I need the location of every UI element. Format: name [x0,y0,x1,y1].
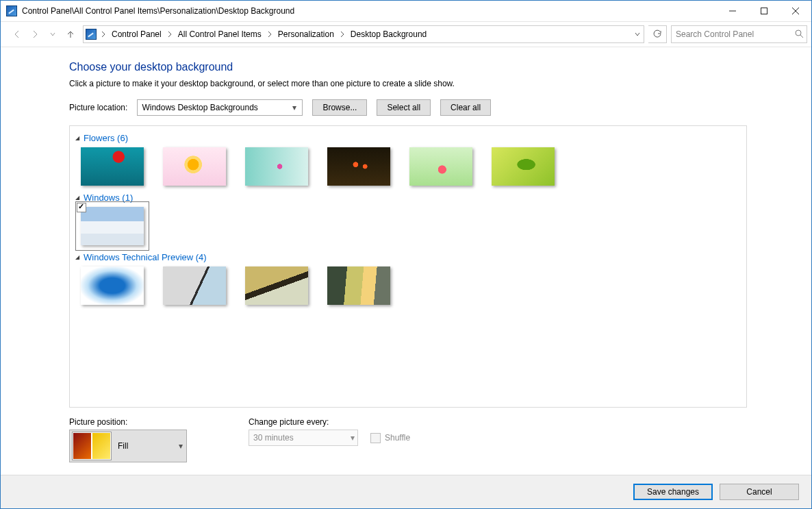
app-icon [6,5,17,16]
search-icon [794,29,804,40]
wallpaper-group: ◢Windows Technical Preview (4) [73,252,744,305]
wallpaper-group: ◢Windows (1) [73,193,744,245]
breadcrumb-item[interactable]: Desktop Background [346,27,431,42]
shuffle-checkbox[interactable]: Shuffle [370,433,410,443]
recent-dropdown[interactable] [45,26,61,42]
address-icon [86,29,97,40]
picture-position-label: Picture position: [69,417,187,427]
back-button[interactable] [9,26,25,42]
browse-button[interactable]: Browse... [312,99,367,116]
picture-position-value: Fill [114,441,175,451]
chevron-right-icon[interactable] [266,27,274,42]
group-name: Flowers (6) [84,133,128,143]
forward-button[interactable] [27,26,43,42]
thumb-row [73,266,744,305]
picture-location-select[interactable]: Windows Desktop Backgrounds ▾ [137,99,303,116]
change-picture-select[interactable]: 30 minutes ▾ [249,430,358,446]
group-header[interactable]: ◢Windows (1) [73,193,744,203]
breadcrumb-item[interactable]: Personalization [274,27,338,42]
group-header[interactable]: ◢Windows Technical Preview (4) [73,252,744,262]
wallpaper-group: ◢Flowers (6) [73,133,744,186]
thumb-row [73,147,744,186]
footer: Save changes Cancel [1,475,811,508]
minimize-button[interactable] [717,1,748,21]
window-title: Control Panel\All Control Panel Items\Pe… [22,6,717,16]
group-header[interactable]: ◢Flowers (6) [73,133,744,143]
search-box[interactable] [671,25,807,43]
close-button[interactable] [780,1,811,21]
options-row: Picture position: Fill ▾ Change picture … [69,417,747,462]
position-preview-icon [72,432,112,460]
wallpaper-thumb[interactable] [245,147,308,186]
wallpaper-thumb[interactable] [409,147,472,186]
chevron-right-icon[interactable] [99,27,107,42]
maximize-button[interactable] [748,1,780,21]
wallpaper-gallery: ◢Flowers (6)◢Windows (1)◢Windows Technic… [69,125,747,408]
chevron-down-icon: ▾ [351,433,355,443]
wallpaper-thumb[interactable] [163,266,226,305]
shuffle-label: Shuffle [385,433,410,443]
address-bar[interactable]: Control Panel All Control Panel Items Pe… [83,25,644,43]
search-input[interactable] [672,26,807,42]
svg-point-1 [796,30,801,36]
group-name: Windows (1) [84,193,133,203]
nav-bar: Control Panel All Control Panel Items Pe… [1,22,811,47]
picture-position-select[interactable]: Fill ▾ [69,430,187,462]
picture-location-value: Windows Desktop Backgrounds [142,103,257,112]
breadcrumb-item[interactable]: All Control Panel Items [174,27,266,42]
chevron-right-icon[interactable] [338,27,346,42]
page-subtext: Click a picture to make it your desktop … [69,79,747,88]
change-picture-value: 30 minutes [253,433,294,443]
clear-all-button[interactable]: Clear all [440,99,491,116]
wallpaper-thumb[interactable] [327,266,390,305]
content-area: Choose your desktop background Click a p… [1,47,811,475]
wallpaper-thumb[interactable] [81,266,144,305]
address-dropdown[interactable] [631,27,644,42]
wallpaper-thumb[interactable] [245,266,308,305]
chevron-down-icon: ▾ [290,103,299,112]
wallpaper-thumb[interactable] [81,207,144,245]
checkbox-icon [370,433,381,443]
toolbar-row: Picture location: Windows Desktop Backgr… [69,99,747,116]
chevron-right-icon[interactable] [166,27,174,42]
wallpaper-thumb[interactable] [163,147,226,186]
select-all-button[interactable]: Select all [377,99,431,116]
wallpaper-thumb[interactable] [492,147,555,186]
thumb-row [73,207,744,245]
titlebar: Control Panel\All Control Panel Items\Pe… [1,1,811,22]
collapse-icon: ◢ [75,254,79,260]
group-name: Windows Technical Preview (4) [84,252,207,262]
breadcrumb-item[interactable]: Control Panel [107,27,166,42]
page-heading: Choose your desktop background [69,61,747,73]
save-changes-button[interactable]: Save changes [633,484,713,500]
chevron-down-icon: ▾ [175,441,186,451]
up-button[interactable] [62,26,79,42]
wallpaper-thumb[interactable] [327,147,390,186]
collapse-icon: ◢ [75,195,79,201]
wallpaper-thumb[interactable] [81,147,144,186]
svg-rect-0 [761,8,767,14]
refresh-button[interactable] [648,25,667,43]
cancel-button[interactable]: Cancel [720,484,799,500]
change-picture-label: Change picture every: [249,417,410,427]
picture-location-label: Picture location: [69,103,127,112]
window: Control Panel\All Control Panel Items\Pe… [0,0,812,509]
collapse-icon: ◢ [75,135,79,141]
